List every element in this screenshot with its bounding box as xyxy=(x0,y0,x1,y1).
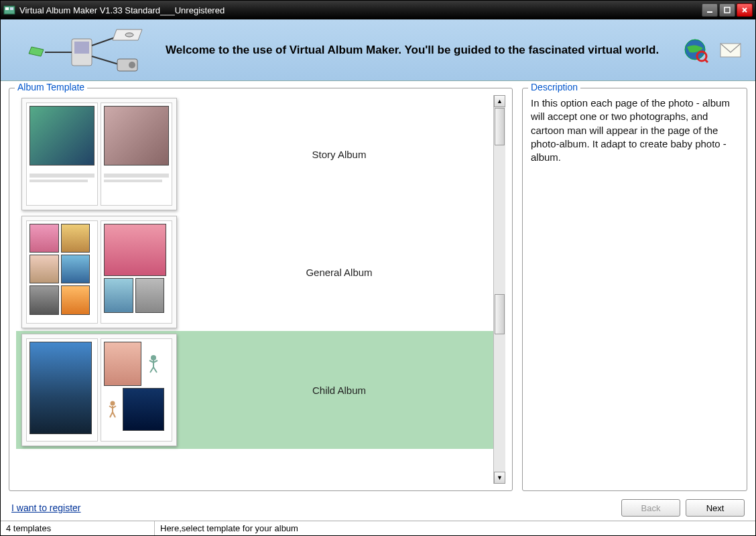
footer-actions: I want to register Back Next xyxy=(1,495,755,521)
svg-point-12 xyxy=(129,62,135,68)
svg-rect-4 xyxy=(724,7,730,13)
titlebar: Virtual Album Maker V1.33 Standard___Unr… xyxy=(1,1,755,19)
next-button[interactable]: Next xyxy=(686,499,745,517)
maximize-button[interactable] xyxy=(719,3,735,17)
scroll-up-button[interactable]: ▲ xyxy=(494,95,505,107)
template-label: Story Album xyxy=(190,149,488,160)
scrollbar-thumb[interactable] xyxy=(495,108,505,145)
svg-rect-2 xyxy=(10,7,13,10)
template-row-child[interactable]: Child Album xyxy=(16,331,493,449)
content-area: Album Template Story Album xyxy=(1,81,755,495)
template-thumb xyxy=(21,334,177,446)
template-scrollbar[interactable]: ▲ ▼ xyxy=(493,95,505,484)
statusbar: 4 templates Here,select template for you… xyxy=(1,521,755,535)
template-row-story[interactable]: Story Album xyxy=(16,95,493,213)
app-window: Virtual Album Maker V1.33 Standard___Unr… xyxy=(0,0,756,536)
template-thumb xyxy=(21,98,177,210)
svg-point-9 xyxy=(125,33,133,37)
template-fieldset: Album Template Story Album xyxy=(9,88,513,491)
template-label: General Album xyxy=(190,267,488,278)
svg-point-18 xyxy=(110,401,115,405)
description-legend: Description xyxy=(528,82,580,92)
template-scroll-container: Story Album xyxy=(16,95,505,484)
globe-icon[interactable] xyxy=(683,38,708,63)
template-label: Child Album xyxy=(190,385,488,396)
minimize-button[interactable] xyxy=(702,3,718,17)
welcome-text: Welcome to the use of Virtual Album Make… xyxy=(159,44,683,57)
back-button[interactable]: Back xyxy=(621,499,680,517)
status-hint: Here,select template for your album xyxy=(155,521,755,535)
window-title: Virtual Album Maker V1.33 Standard___Unr… xyxy=(19,5,700,15)
app-icon xyxy=(3,4,15,16)
svg-rect-3 xyxy=(707,11,712,13)
banner-graphic xyxy=(13,27,159,74)
svg-point-17 xyxy=(151,355,156,360)
svg-line-10 xyxy=(92,56,119,64)
register-link[interactable]: I want to register xyxy=(11,503,81,513)
scroll-down-button[interactable]: ▼ xyxy=(494,472,505,484)
close-button[interactable] xyxy=(737,3,753,17)
template-legend: Album Template xyxy=(15,82,87,92)
scrollbar-track[interactable] xyxy=(494,146,505,472)
svg-rect-1 xyxy=(5,7,9,10)
description-text: In this option each page of the photo - … xyxy=(529,95,740,165)
template-thumb xyxy=(21,216,177,328)
welcome-banner: Welcome to the use of Virtual Album Make… xyxy=(1,19,755,81)
svg-rect-6 xyxy=(74,42,89,54)
description-fieldset: Description In this option each page of … xyxy=(522,88,747,491)
status-count: 4 templates xyxy=(1,521,155,535)
template-row-general[interactable]: General Album xyxy=(16,213,493,331)
svg-line-15 xyxy=(705,60,708,62)
mail-icon[interactable] xyxy=(718,38,743,63)
template-list: Story Album xyxy=(16,95,493,484)
scrollbar-thumb[interactable] xyxy=(495,294,505,334)
banner-icons xyxy=(683,38,743,63)
